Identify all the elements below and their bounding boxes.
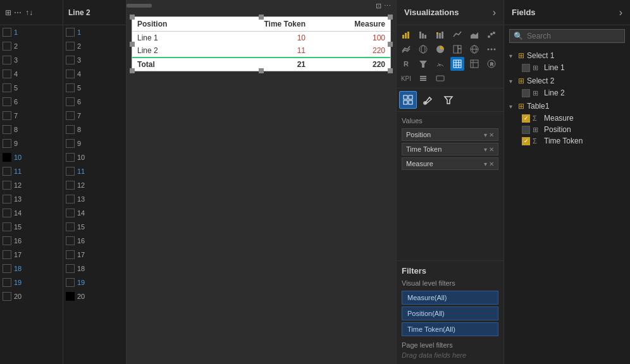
left-row-item[interactable]: 6 [0,95,63,109]
second-row-item[interactable]: 2 [63,39,126,53]
tree-item-checkbox[interactable] [522,64,530,72]
second-row-item[interactable]: 1 [63,25,126,39]
second-row-item[interactable]: 19 [63,276,126,289]
row-checkbox[interactable] [3,264,11,273]
tree-group-header[interactable]: ▾ ⊞ Table1 [504,100,630,112]
left-row-item[interactable]: 4 [0,67,63,81]
second-row-item[interactable]: 14 [63,206,126,220]
corner-handle-rm[interactable] [388,42,393,47]
tree-item[interactable]: ⊞Line 2 [504,87,630,99]
second-row-item[interactable]: 9 [63,136,126,150]
row-checkbox[interactable] [3,42,11,51]
left-row-item[interactable]: 10 [0,150,63,164]
viz-stacked-bar-icon[interactable] [433,28,447,42]
row-checkbox[interactable] [66,97,75,106]
second-row-item[interactable]: 5 [63,81,126,95]
row-checkbox[interactable] [3,97,11,106]
viz-gauge-icon[interactable] [433,57,447,71]
second-row-item[interactable]: 15 [63,220,126,234]
tree-item-checkbox[interactable] [522,114,530,123]
fields-search-input[interactable] [527,32,622,40]
row-checkbox[interactable] [66,278,75,287]
row-checkbox[interactable] [66,70,75,78]
left-row-item[interactable]: 9 [0,136,63,150]
value-field-measure[interactable]: Measure ▾ ✕ [402,157,498,170]
row-checkbox[interactable] [66,236,75,245]
second-row-item[interactable]: 11 [63,164,126,178]
tree-item-checkbox[interactable] [522,137,530,145]
row-checkbox[interactable] [66,181,75,190]
viz-card-icon[interactable] [433,71,447,85]
row-checkbox[interactable] [3,195,11,203]
viz-map-icon[interactable] [416,42,430,56]
row-checkbox[interactable] [66,195,75,203]
viz-filter-tool[interactable] [440,91,457,109]
left-row-item[interactable]: 12 [0,178,63,192]
row-checkbox[interactable] [66,167,75,176]
second-row-item[interactable]: 18 [63,262,126,276]
viz-grid-tool[interactable] [399,91,417,109]
row-checkbox[interactable] [3,167,11,176]
value-field-measure-actions[interactable]: ▾ ✕ [484,161,494,167]
filter-position[interactable]: Position(All) [402,306,498,320]
value-field-timetoken-actions[interactable]: ▾ ✕ [484,146,494,153]
row-checkbox[interactable] [3,70,11,78]
row-checkbox[interactable] [3,236,11,245]
tree-item[interactable]: ΣMeasure [504,112,630,124]
more-icon[interactable]: ⋯ [384,2,391,10]
row-checkbox[interactable] [3,181,11,190]
value-field-position-actions[interactable]: ▾ ✕ [484,131,494,138]
viz-area-chart-icon[interactable] [467,28,481,42]
left-row-item[interactable]: 13 [0,192,63,206]
left-row-item[interactable]: 19 [0,276,63,289]
corner-handle-tm[interactable] [259,15,264,20]
left-row-item[interactable]: 11 [0,164,63,178]
left-row-item[interactable]: 18 [0,262,63,276]
left-row-item[interactable]: 3 [0,53,63,67]
viz-custom-icon[interactable]: R [485,57,498,71]
tree-item[interactable]: ⊞Position [504,124,630,135]
left-row-item[interactable]: 1 [0,25,63,39]
viz-more-icon[interactable] [485,42,498,56]
tree-item[interactable]: ΣTime Token [504,135,630,147]
second-row-item[interactable]: 17 [63,248,126,262]
left-row-item[interactable]: 7 [0,109,63,123]
row-checkbox[interactable] [66,42,75,51]
tree-item[interactable]: ⊞Line 1 [504,62,630,73]
row-checkbox[interactable] [66,139,75,148]
row-checkbox[interactable] [3,125,11,134]
viz-bar-icon[interactable] [399,28,413,42]
viz-funnel-icon[interactable] [416,57,430,71]
tree-group-header[interactable]: ▾ ⊞ Select 2 [504,75,630,87]
row-checkbox[interactable] [3,278,11,287]
second-row-item[interactable]: 20 [63,289,126,303]
fields-expand-icon[interactable]: › [619,7,622,18]
filter-measure[interactable]: Measure(All) [402,291,498,305]
viz-paint-tool[interactable] [419,91,437,109]
corner-handle-tl[interactable] [130,15,135,20]
viz-line2-icon[interactable] [399,42,413,56]
row-checkbox[interactable] [66,111,75,120]
row-checkbox[interactable] [3,209,11,217]
left-row-item[interactable]: 15 [0,220,63,234]
row-checkbox[interactable] [66,56,75,64]
second-row-item[interactable]: 7 [63,109,126,123]
filter-timetoken[interactable]: Time Token(All) [402,322,498,336]
viz-treemap-icon[interactable] [450,42,464,56]
expand-icon[interactable]: ⊡ [376,2,381,10]
row-checkbox[interactable] [66,153,75,162]
row-checkbox[interactable] [3,111,11,120]
row-checkbox[interactable] [66,292,75,301]
row-checkbox[interactable] [3,56,11,64]
viz-expand-icon[interactable]: › [493,7,496,18]
left-row-item[interactable]: 20 [0,289,63,303]
tree-group-header[interactable]: ▾ ⊞ Select 1 [504,49,630,62]
viz-slicer-icon[interactable] [416,71,430,85]
corner-handle-tr[interactable] [388,15,393,20]
viz-scatter-icon[interactable] [485,28,498,42]
viz-r-icon[interactable]: R [399,57,413,71]
left-row-item[interactable]: 14 [0,206,63,220]
value-field-position[interactable]: Position ▾ ✕ [402,128,498,141]
viz-bar-icon-2[interactable] [416,28,430,42]
viz-line-chart-icon[interactable] [450,28,464,42]
